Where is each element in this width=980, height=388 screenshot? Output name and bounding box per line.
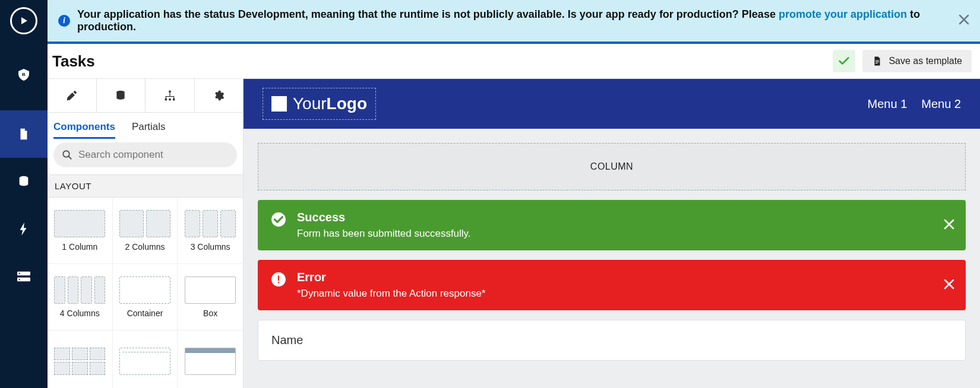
svg-text:B: B	[22, 72, 26, 77]
svg-rect-11	[165, 98, 166, 100]
alert-error-title: Error	[297, 271, 953, 284]
search-input[interactable]	[78, 149, 229, 161]
palette-4-columns[interactable]: 4 Columns	[48, 264, 113, 330]
page-title: Tasks	[52, 52, 95, 71]
palette-2-columns[interactable]: 2 Columns	[113, 198, 178, 264]
check-circle-icon	[271, 212, 286, 227]
name-field[interactable]: Name	[258, 320, 966, 361]
nav-servers[interactable]	[0, 253, 48, 300]
error-circle-icon	[271, 272, 286, 287]
palette-grid[interactable]	[48, 330, 113, 388]
alert-success-body: Form has been submitted successfully.	[297, 228, 953, 240]
logo-placeholder[interactable]: YourLogo	[263, 88, 376, 120]
nav-badge[interactable]: B	[0, 51, 48, 98]
svg-point-4	[19, 273, 20, 274]
alert-success[interactable]: Success Form has been submitted successf…	[258, 200, 966, 250]
alert-error-body: *Dynamic value from the Action response*	[297, 288, 953, 300]
info-icon: i	[58, 15, 70, 27]
section-layout-header: LAYOUT	[48, 174, 243, 198]
component-palette: Components Partials LAYOUT 1 Column 2 Co…	[48, 79, 244, 388]
svg-rect-17	[278, 276, 279, 281]
menu-item-1[interactable]: Menu 1	[868, 97, 908, 111]
run-button[interactable]	[10, 7, 37, 34]
alert-error-close-icon[interactable]	[943, 278, 955, 292]
status-ok-icon	[833, 50, 855, 72]
banner-close-icon[interactable]	[959, 13, 969, 28]
canvas[interactable]: YourLogo Menu 1 Menu 2 COLUMN Succ	[244, 79, 980, 388]
save-as-template-label: Save as template	[889, 56, 962, 66]
tool-tab-design[interactable]	[48, 79, 97, 112]
page-header[interactable]: YourLogo Menu 1 Menu 2	[244, 79, 980, 129]
nav-actions[interactable]	[0, 205, 48, 253]
column-dropzone[interactable]: COLUMN	[258, 143, 966, 190]
svg-rect-6	[875, 61, 879, 61]
subtab-partials[interactable]: Partials	[132, 121, 166, 133]
nav-rail: B	[0, 0, 48, 388]
svg-rect-12	[169, 98, 170, 100]
status-banner: i Your application has the status Develo…	[48, 0, 980, 44]
banner-text: Your application has the status Developm…	[77, 8, 944, 33]
svg-point-5	[19, 279, 20, 280]
search-component[interactable]	[53, 142, 237, 167]
palette-browser[interactable]	[178, 330, 243, 388]
alert-success-title: Success	[297, 211, 953, 224]
tool-tab-settings[interactable]	[195, 79, 244, 112]
tool-tab-data[interactable]	[97, 79, 146, 112]
palette-container[interactable]: Container	[113, 264, 178, 330]
promote-link[interactable]: promote your application	[779, 8, 907, 20]
palette-box[interactable]: Box	[178, 264, 243, 330]
svg-rect-18	[278, 282, 279, 283]
alert-error[interactable]: Error *Dynamic value from the Action res…	[258, 260, 966, 310]
nav-database[interactable]	[0, 158, 48, 205]
palette-1-column[interactable]: 1 Column	[48, 198, 113, 264]
alert-success-close-icon[interactable]	[943, 218, 955, 233]
tool-tab-tree[interactable]	[146, 79, 195, 112]
palette-card[interactable]	[113, 330, 178, 388]
save-as-template-button[interactable]: Save as template	[862, 50, 972, 72]
svg-rect-10	[169, 91, 170, 93]
menu-item-2[interactable]: Menu 2	[921, 97, 961, 111]
search-icon	[62, 150, 72, 160]
svg-rect-8	[875, 63, 878, 63]
palette-3-columns[interactable]: 3 Columns	[178, 198, 243, 264]
nav-pages[interactable]	[0, 110, 48, 158]
logo-icon	[271, 96, 287, 112]
svg-rect-7	[875, 62, 879, 62]
svg-rect-13	[173, 98, 175, 100]
topbar: Tasks Save as template	[48, 44, 980, 79]
subtab-components[interactable]: Components	[53, 121, 115, 133]
